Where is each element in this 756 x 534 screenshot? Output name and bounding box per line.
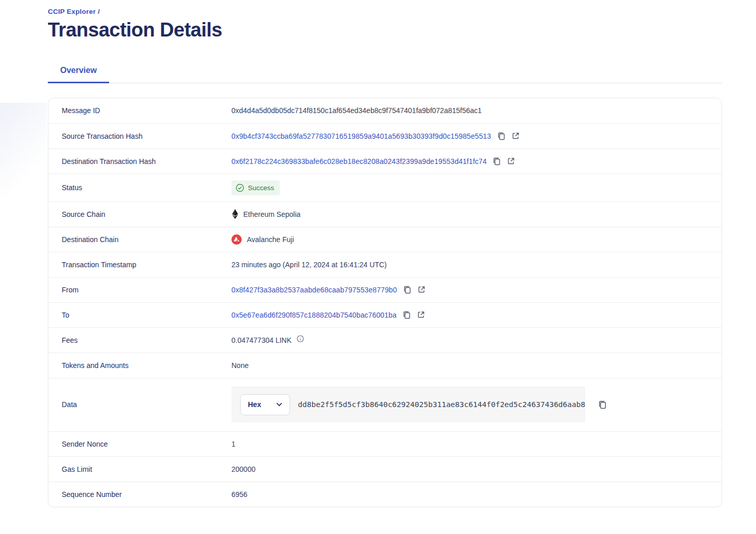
ethereum-icon bbox=[231, 209, 238, 219]
breadcrumb: CCIP Explorer/ bbox=[48, 0, 722, 15]
table-row-timestamp: Transaction Timestamp 23 minutes ago (Ap… bbox=[48, 252, 722, 277]
tab-overview[interactable]: Overview bbox=[48, 66, 109, 83]
external-link-icon[interactable] bbox=[417, 311, 425, 319]
info-icon[interactable] bbox=[297, 335, 304, 342]
data-hex-value: dd8be2f5f5d5cf3b8640c62924025b311ae83c61… bbox=[298, 400, 585, 409]
check-circle-icon bbox=[236, 183, 244, 192]
data-format-selected: Hex bbox=[248, 400, 261, 409]
dest-tx-hash-link[interactable]: 0x6f2178c224c369833bafe6c028eb18ec8208a0… bbox=[231, 157, 487, 165]
gas-limit-value: 200000 bbox=[231, 465, 256, 473]
source-tx-hash-label: Source Transaction Hash bbox=[48, 132, 231, 140]
table-row-dest-chain: Destination Chain Avalanche Fuji bbox=[48, 227, 722, 252]
table-row-gas-limit: Gas Limit 200000 bbox=[48, 456, 722, 482]
dest-tx-hash-label: Destination Transaction Hash bbox=[48, 157, 231, 165]
table-row-message-id: Message ID 0xd4d4a5d0db05dc714f8150c1af6… bbox=[48, 98, 722, 123]
to-address-link[interactable]: 0x5e67ea6d6f290f857c1888204b7540bac76001… bbox=[231, 311, 397, 319]
table-row-from: From 0x8f427f3a3a8b2537aabde68caab797553… bbox=[48, 277, 722, 302]
page-title: Transaction Details bbox=[48, 20, 722, 41]
decorative-gradient bbox=[0, 103, 46, 198]
source-chain-label: Source Chain bbox=[48, 210, 231, 218]
source-tx-hash-link[interactable]: 0x9b4cf3743ccba69fa5277830716519859a9401… bbox=[231, 132, 491, 140]
copy-icon[interactable] bbox=[403, 285, 411, 294]
status-badge: Success bbox=[231, 180, 280, 195]
sequence-number-label: Sequence Number bbox=[48, 490, 231, 499]
data-label: Data bbox=[48, 400, 231, 409]
chevron-down-icon bbox=[276, 402, 282, 407]
sequence-number-value: 6956 bbox=[231, 490, 247, 499]
data-format-select[interactable]: Hex bbox=[240, 394, 290, 415]
external-link-icon[interactable] bbox=[418, 286, 425, 293]
dest-chain-label: Destination Chain bbox=[48, 235, 231, 244]
table-row-source-tx-hash: Source Transaction Hash 0x9b4cf3743ccba6… bbox=[48, 123, 722, 149]
timestamp-label: Transaction Timestamp bbox=[48, 261, 231, 269]
transaction-details-card: Message ID 0xd4d4a5d0db05dc714f8150c1af6… bbox=[48, 98, 722, 507]
copy-icon[interactable] bbox=[598, 400, 607, 409]
table-row-fees: Fees 0.047477304 LINK bbox=[48, 327, 722, 353]
status-label: Status bbox=[48, 183, 231, 192]
table-row-data: Data Hex dd8be2f5f5d5cf3b8640c62924025b3… bbox=[48, 378, 722, 431]
tokens-label: Tokens and Amounts bbox=[48, 361, 231, 370]
table-row-sender-nonce: Sender Nonce 1 bbox=[48, 431, 722, 456]
avalanche-icon bbox=[231, 234, 242, 245]
timestamp-value: 23 minutes ago (April 12, 2024 at 16:41:… bbox=[231, 261, 387, 269]
from-label: From bbox=[48, 286, 231, 294]
table-row-tokens: Tokens and Amounts None bbox=[48, 353, 722, 378]
source-chain-value: Ethereum Sepolia bbox=[243, 210, 300, 218]
table-row-to: To 0x5e67ea6d6f290f857c1888204b7540bac76… bbox=[48, 302, 722, 327]
main-content: CCIP Explorer/ Transaction Details Overv… bbox=[48, 0, 722, 507]
breadcrumb-link-ccip-explorer[interactable]: CCIP Explorer bbox=[48, 8, 96, 15]
sender-nonce-label: Sender Nonce bbox=[48, 440, 231, 448]
data-panel: Hex dd8be2f5f5d5cf3b8640c62924025b311ae8… bbox=[231, 386, 585, 422]
fees-value: 0.047477304 LINK bbox=[231, 336, 292, 344]
sender-nonce-value: 1 bbox=[231, 440, 236, 448]
message-id-value: 0xd4d4a5d0db05dc714f8150c1af654ed34eb8c9… bbox=[231, 106, 482, 115]
copy-icon[interactable] bbox=[493, 157, 501, 165]
table-row-dest-tx-hash: Destination Transaction Hash 0x6f2178c22… bbox=[48, 149, 722, 174]
tab-bar: Overview bbox=[48, 66, 722, 83]
fees-label: Fees bbox=[48, 336, 231, 344]
copy-icon[interactable] bbox=[403, 310, 411, 319]
status-badge-text: Success bbox=[248, 184, 274, 192]
from-address-link[interactable]: 0x8f427f3a3a8b2537aabde68caab797553e8779… bbox=[231, 286, 397, 294]
gas-limit-label: Gas Limit bbox=[48, 465, 231, 473]
table-row-sequence-number: Sequence Number 6956 bbox=[48, 482, 722, 507]
to-label: To bbox=[48, 311, 231, 319]
external-link-icon[interactable] bbox=[512, 132, 519, 140]
table-row-status: Status Success bbox=[48, 174, 722, 201]
breadcrumb-separator: / bbox=[98, 8, 100, 15]
tokens-value: None bbox=[231, 361, 248, 370]
dest-chain-value: Avalanche Fuji bbox=[247, 235, 294, 244]
copy-icon[interactable] bbox=[497, 132, 506, 140]
message-id-label: Message ID bbox=[48, 106, 231, 115]
external-link-icon[interactable] bbox=[507, 157, 515, 165]
table-row-source-chain: Source Chain Ethereum Sepolia bbox=[48, 201, 722, 227]
